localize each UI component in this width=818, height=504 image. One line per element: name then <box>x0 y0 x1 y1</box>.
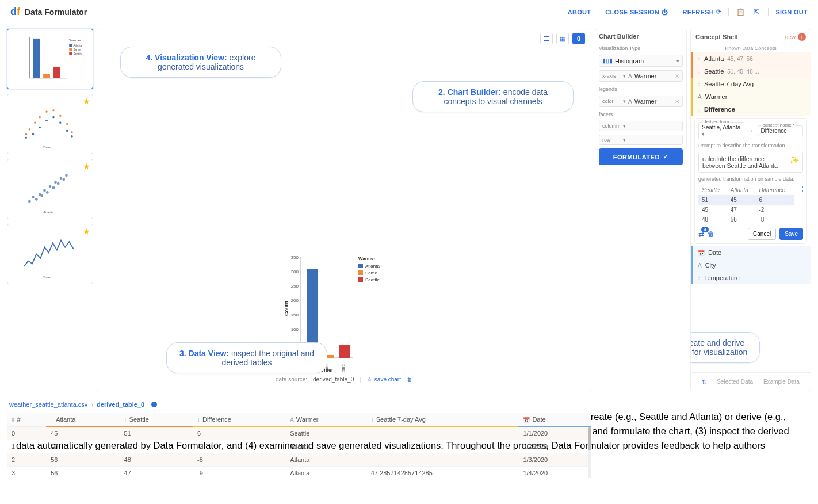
text-type-icon: A <box>698 94 702 100</box>
column-header-date[interactable]: 📅Date <box>518 413 591 427</box>
viz-thumb-line[interactable]: ★ Date <box>7 224 93 284</box>
annotation-concept-shelf: 1. Concept Shelf: create and derive new … <box>690 332 760 363</box>
concept-name-field[interactable]: concept name * Difference <box>758 125 804 136</box>
cancel-button[interactable]: Cancel <box>748 228 776 240</box>
concept-name: Seattle 7-day Avg <box>704 81 754 87</box>
row-label: row <box>602 137 621 143</box>
concept-temperature[interactable]: ↕ Temperature <box>691 272 811 284</box>
color-encoding[interactable]: color▾ AWarmer ✕ <box>599 96 683 107</box>
concept-sample-values: 45, 47, 56 <box>727 56 752 62</box>
viz-type-select[interactable]: ▮▯▮ Histogram ▾ <box>599 55 683 67</box>
clear-icon[interactable]: ✕ <box>675 98 679 105</box>
cell-seattle: 48 <box>120 453 193 467</box>
column-header-avg7[interactable]: ↕Seattle 7-day Avg <box>366 413 519 427</box>
annotation-data-view: 3. Data View: inspect the original and d… <box>166 342 327 373</box>
sample-cell: 56 <box>727 215 756 224</box>
clear-icon[interactable]: ✕ <box>675 73 679 79</box>
svg-text:Date: Date <box>43 276 51 279</box>
chevron-down-icon: ▾ <box>623 123 626 129</box>
chevron-down-icon: ▾ <box>702 131 705 137</box>
formulated-button[interactable]: FORMULATED ✓ <box>599 148 683 165</box>
column-header-difference[interactable]: ↕Difference <box>193 413 285 427</box>
row-encoding[interactable]: row▾ <box>599 135 683 145</box>
signout-link[interactable]: SIGN OUT <box>775 9 808 16</box>
cell-idx: 3 <box>7 467 46 479</box>
svg-text:150: 150 <box>291 312 299 318</box>
concept-seattle-7day[interactable]: ↕ Seattle 7-day Avg <box>691 78 811 90</box>
concept-city[interactable]: A City <box>691 259 811 272</box>
cell-difference: 6 <box>193 427 285 440</box>
shelf-footer: ⇅ Selected Data Example Data <box>691 372 811 391</box>
concept-name: City <box>705 262 716 269</box>
new-concept-button[interactable]: new + <box>785 33 806 41</box>
number-type-icon: ↕ <box>698 275 701 281</box>
viz-thumb-scatter[interactable]: ★ Atlanta <box>7 159 93 219</box>
about-link[interactable]: ABOUT <box>568 9 591 16</box>
derived-from-label: derived from <box>702 119 730 124</box>
example-data-tab[interactable]: Example Data <box>763 379 800 385</box>
type-icon: ↕ <box>124 417 127 423</box>
concept-atlanta[interactable]: ↕ Atlanta 45, 47, 56 <box>691 52 811 65</box>
bar-chart-thumb-icon: Warmer Atlanta Same Seattle <box>10 32 90 86</box>
svg-point-37 <box>49 185 52 188</box>
cell-warmer: Atlanta <box>285 440 366 453</box>
selected-data-tab[interactable]: Selected Data <box>717 379 753 385</box>
close-session-link[interactable]: CLOSE SESSION ⏻ <box>605 9 668 16</box>
svg-point-18 <box>59 114 62 117</box>
viz-type-value: Histogram <box>615 58 674 64</box>
annotation-chart-builder: 2. Chart Builder: encode data concepts t… <box>412 81 574 112</box>
svg-point-22 <box>32 133 35 136</box>
data-view: weather_seattle_atlanta.csv › derived_ta… <box>7 396 591 478</box>
breadcrumb-current[interactable]: derived_table_0 <box>97 401 144 408</box>
concept-date[interactable]: 📅 Date <box>691 246 811 259</box>
concept-name: Atlanta <box>704 55 724 62</box>
prompt-input[interactable]: calculate the difference between Seattle… <box>698 152 803 173</box>
sample-header: Seattle <box>698 185 727 195</box>
column-header-atlanta[interactable]: ↕Atlanta <box>46 413 119 427</box>
svg-text:Atlanta: Atlanta <box>43 211 54 214</box>
svg-rect-8 <box>69 48 72 51</box>
save-chart-link[interactable]: ☆save chart <box>367 376 401 383</box>
separator <box>598 8 598 16</box>
column-header-seattle[interactable]: ↕Seattle <box>120 413 193 427</box>
shelf-refresh-icon[interactable]: ⇅ <box>702 379 706 385</box>
svg-rect-63 <box>358 264 363 268</box>
clipboard-icon[interactable]: 📋 <box>736 7 745 17</box>
magic-wand-icon[interactable]: ✨ <box>789 155 799 165</box>
separator <box>675 8 675 16</box>
concept-seattle[interactable]: ↕ Seattle 51, 45, 48 ... <box>691 65 811 78</box>
concept-name: Warmer <box>705 93 728 100</box>
delete-chart-icon[interactable]: 🗑 <box>407 376 412 383</box>
line-thumb-icon: Date <box>10 227 90 281</box>
cell-atlanta: 45 <box>46 427 119 440</box>
breadcrumb-source[interactable]: weather_seattle_atlanta.csv <box>9 401 87 408</box>
viz-thumb-bar[interactable]: Warmer Atlanta Same Seattle <box>7 29 93 89</box>
svg-point-34 <box>40 194 43 197</box>
svg-point-40 <box>57 182 60 185</box>
expand-table-icon[interactable]: ⛶ <box>796 185 803 193</box>
sample-row: 4547-2 <box>698 205 794 215</box>
table-scrollbar[interactable] <box>588 427 591 478</box>
table-row: 14745-2Atlanta1/2/2020 <box>7 440 591 453</box>
concept-difference[interactable]: ↕ Difference <box>691 103 811 116</box>
save-button[interactable]: Save <box>779 228 803 240</box>
derived-from-field[interactable]: derived from Seattle, Atlanta ▾ <box>698 122 744 139</box>
logo-icon: df <box>10 6 20 18</box>
color-label: color <box>602 98 621 104</box>
svg-rect-67 <box>358 277 363 282</box>
close-session-label: CLOSE SESSION <box>605 9 659 16</box>
rerun-button[interactable]: ⇄ <box>698 230 704 238</box>
refresh-link[interactable]: REFRESH ⟳ <box>682 8 721 16</box>
column-encoding[interactable]: column▾ <box>599 121 683 131</box>
type-icon: ↕ <box>51 417 53 423</box>
annotation-lead: 2. Chart Builder: <box>438 87 501 97</box>
xaxis-encoding[interactable]: x-axis▾ AWarmer ✕ <box>599 70 683 82</box>
export-icon[interactable]: ⇱ <box>752 7 761 17</box>
svg-point-39 <box>54 181 57 184</box>
column-header-warmer[interactable]: AWarmer <box>285 413 366 427</box>
column-header-idx[interactable]: ## <box>7 413 46 427</box>
viz-thumb-scatter-dual[interactable]: ★ Date <box>7 94 93 154</box>
app-title: Data Formulator <box>25 7 87 17</box>
concept-warmer[interactable]: A Warmer <box>691 90 811 103</box>
delete-concept-icon[interactable]: 🗑 <box>708 230 714 238</box>
